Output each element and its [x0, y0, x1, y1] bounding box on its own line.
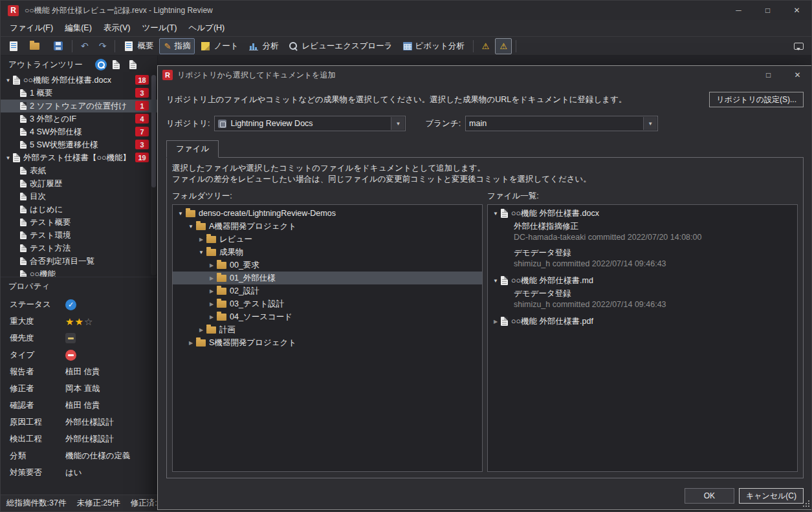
- close-button[interactable]: ✕: [782, 1, 811, 20]
- outline-item[interactable]: テスト概要: [1, 216, 157, 229]
- collapse-arrow-icon[interactable]: ▼: [4, 78, 12, 83]
- expand-arrow-icon[interactable]: ▶: [207, 288, 216, 294]
- folder-tree-item[interactable]: ▼A機器開発プロジェクト: [173, 220, 482, 233]
- file-item[interactable]: ▼○○機能 外部仕様書.docx: [488, 207, 797, 220]
- folder-tree-item[interactable]: ▶01_外部仕様: [173, 272, 482, 284]
- expand-arrow-icon[interactable]: ▶: [186, 340, 195, 346]
- ok-button[interactable]: OK: [685, 488, 734, 504]
- expand-arrow-icon[interactable]: ▶: [207, 262, 216, 268]
- property-row[interactable]: 重大度★★☆: [1, 313, 157, 330]
- collapse-arrow-icon[interactable]: ▼: [491, 278, 500, 284]
- outline-item[interactable]: テスト方法: [1, 242, 157, 255]
- dialog-maximize-button[interactable]: □: [754, 66, 783, 84]
- expand-arrow-icon[interactable]: ▶: [491, 319, 500, 325]
- outline-item[interactable]: 合否判定項目一覧: [1, 255, 157, 268]
- property-row[interactable]: 対策要否はい: [1, 464, 157, 481]
- collapse-arrow-icon[interactable]: ▼: [4, 155, 12, 161]
- pointout-button[interactable]: ✎ 指摘: [159, 38, 195, 54]
- outline-item[interactable]: 2 ソフトウェアの位置付け1: [1, 100, 157, 112]
- expand-arrow-icon[interactable]: ▶: [207, 314, 216, 320]
- folder-tree-item[interactable]: ▶計画: [173, 323, 482, 336]
- outline-item[interactable]: ○○機能: [1, 268, 157, 277]
- menu-file[interactable]: ファイル(F): [4, 20, 59, 36]
- menu-view[interactable]: 表示(V): [98, 20, 137, 36]
- folder-tree-item[interactable]: ▶03_テスト設計: [173, 297, 482, 310]
- outline-export-button[interactable]: [111, 58, 124, 71]
- review-explorer-button[interactable]: レビューエクスプローラ: [284, 38, 397, 54]
- pivot-analysis-button[interactable]: ピボット分析: [399, 38, 469, 54]
- property-row[interactable]: 報告者植田 信貴: [1, 363, 157, 380]
- outline-item[interactable]: 3 外部とのIF4: [1, 112, 157, 125]
- dropdown-arrow-icon[interactable]: ▼: [391, 117, 404, 130]
- collapse-arrow-icon[interactable]: ▼: [491, 211, 500, 217]
- expand-arrow-icon[interactable]: ▶: [197, 237, 206, 242]
- folder-tree-item[interactable]: ▼成果物: [173, 246, 482, 259]
- outline-item[interactable]: はじめに: [1, 203, 157, 216]
- file-item[interactable]: ▶○○機能 外部仕様書.pdf: [488, 315, 797, 328]
- branch-select[interactable]: main ▼: [465, 116, 658, 131]
- file-item[interactable]: ▼○○機能 外部仕様書.md: [488, 274, 797, 287]
- outline-item[interactable]: 目次: [1, 190, 157, 203]
- collapse-arrow-icon[interactable]: ▼: [186, 224, 195, 229]
- collapse-arrow-icon[interactable]: ▼: [197, 250, 206, 255]
- menu-edit[interactable]: 編集(E): [59, 20, 98, 36]
- commit-item[interactable]: デモデータ登録shimizu_h committed 2022/07/14 09…: [514, 248, 797, 270]
- folder-tree-item[interactable]: ▶レビュー: [173, 233, 482, 246]
- note-button[interactable]: ノート: [196, 38, 243, 54]
- expand-arrow-icon[interactable]: ▶: [207, 301, 216, 307]
- resize-grip-icon[interactable]: [802, 500, 810, 507]
- commit-item[interactable]: デモデータ登録shimizu_h committed 2022/07/14 09…: [514, 288, 797, 310]
- comment-button[interactable]: [789, 38, 808, 54]
- undo-button[interactable]: ↶: [76, 38, 93, 54]
- property-row[interactable]: 検出工程外部仕様設計: [1, 431, 157, 447]
- property-row[interactable]: 優先度: [1, 330, 157, 347]
- outline-search-button[interactable]: [94, 58, 107, 71]
- outline-item[interactable]: 1 概要3: [1, 87, 157, 100]
- warning-button[interactable]: ⚠: [477, 38, 494, 54]
- commit-item[interactable]: 外部仕様指摘修正DC-hamada-takeaki committed 2022…: [514, 221, 797, 243]
- property-row[interactable]: 確認者植田 信貴: [1, 397, 157, 414]
- warning-filter-button[interactable]: ⚠: [495, 38, 512, 54]
- property-row[interactable]: 原因工程外部仕様設計: [1, 414, 157, 431]
- collapse-arrow-icon[interactable]: ▼: [176, 211, 185, 217]
- analysis-button[interactable]: 分析: [244, 38, 283, 54]
- property-row[interactable]: 修正者岡本 直哉: [1, 380, 157, 397]
- outline-item[interactable]: ▼外部テスト仕様書【○○機能】19: [1, 151, 157, 164]
- redo-button[interactable]: ↷: [94, 38, 111, 54]
- folder-tree-item[interactable]: ▶S機器開発プロジェクト: [173, 336, 482, 349]
- outline-item[interactable]: 表紙: [1, 164, 157, 177]
- save-button[interactable]: [49, 38, 68, 54]
- property-label: 優先度: [10, 333, 65, 344]
- property-row[interactable]: 分類機能の仕様の定義: [1, 447, 157, 464]
- repository-settings-button[interactable]: リポジトリの設定(S)...: [709, 92, 804, 107]
- property-row[interactable]: ステータス✓: [1, 296, 157, 313]
- file-tab-panel: 選択したファイルや選択したコミットのファイルをドキュメントとして追加します。 フ…: [166, 157, 804, 478]
- folder-tree-item[interactable]: ▶02_設計: [173, 284, 482, 297]
- expand-arrow-icon[interactable]: ▶: [207, 275, 216, 281]
- dropdown-arrow-icon[interactable]: ▼: [643, 117, 657, 130]
- property-row[interactable]: タイプ: [1, 347, 157, 363]
- property-label: 対策要否: [10, 467, 65, 478]
- cancel-button[interactable]: キャンセル(C): [739, 488, 804, 504]
- overview-button[interactable]: 概要: [119, 38, 158, 54]
- folder-tree-item[interactable]: ▶00_要求: [173, 259, 482, 272]
- outline-item[interactable]: 改訂履歴: [1, 177, 157, 190]
- outline-item[interactable]: 4 SW外部仕様7: [1, 125, 157, 138]
- open-file-button[interactable]: [25, 38, 47, 54]
- outline-item[interactable]: 5 SW状態遷移仕様3: [1, 138, 157, 151]
- folder-tree-item[interactable]: ▼denso-create/LightningReview-Demos: [173, 207, 482, 220]
- minimize-button[interactable]: ─: [724, 1, 753, 20]
- outline-item[interactable]: テスト環境: [1, 229, 157, 242]
- dialog-close-button[interactable]: ✕: [783, 66, 812, 84]
- folder-tree: ▼denso-create/LightningReview-Demos▼A機器開…: [172, 204, 483, 472]
- tab-file[interactable]: ファイル: [166, 140, 219, 158]
- menu-help[interactable]: ヘルプ(H): [183, 20, 231, 36]
- outline-import-button[interactable]: [128, 58, 141, 71]
- maximize-button[interactable]: □: [753, 1, 782, 20]
- new-file-button[interactable]: [4, 38, 23, 54]
- repository-select[interactable]: Lightning Review Docs ▼: [214, 116, 406, 131]
- folder-tree-item[interactable]: ▶04_ソースコード: [173, 310, 482, 323]
- outline-item[interactable]: ▼○○機能 外部仕様書.docx18: [1, 74, 157, 87]
- menu-tools[interactable]: ツール(T): [136, 20, 182, 36]
- expand-arrow-icon[interactable]: ▶: [197, 327, 206, 333]
